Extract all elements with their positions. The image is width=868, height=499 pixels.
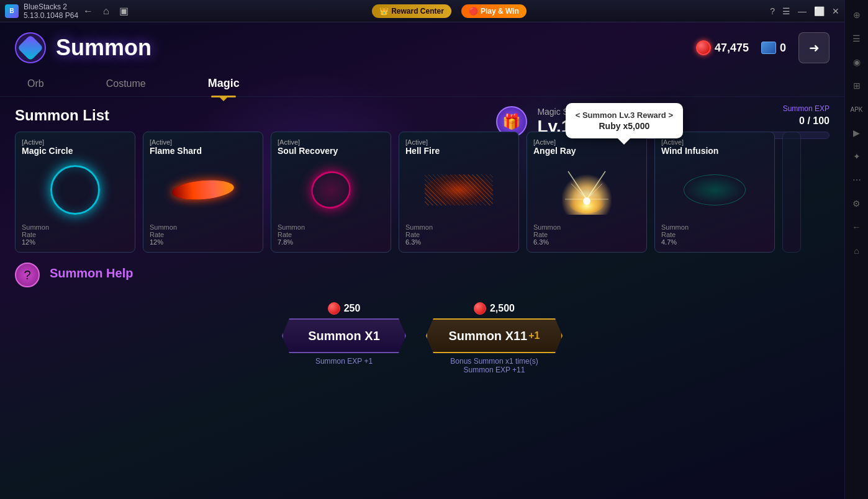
windows-icon[interactable]: ▣ xyxy=(119,5,129,17)
page-header: Summon 47,475 0 ➜ xyxy=(0,22,844,71)
close-button[interactable]: ✕ xyxy=(832,6,839,16)
app-version: 5.13.0.1048 P64 xyxy=(24,11,78,20)
sidebar-icon-home[interactable]: ⌂ xyxy=(847,241,867,261)
card-4-name: Hell Fire xyxy=(405,146,512,156)
card-hell-fire[interactable]: [Active] Hell Fire SummonRate 6.3% xyxy=(399,132,519,253)
help-icon[interactable]: ? xyxy=(15,263,40,287)
card-3-rate-value: 7.8% xyxy=(278,238,384,246)
title-bar: B BlueStacks 2 5.13.0.1048 P64 ← ⌂ ▣ 👑 R… xyxy=(0,0,844,22)
sidebar-icon-3[interactable]: ◉ xyxy=(847,52,867,72)
sidebar-icon-apk[interactable]: APK xyxy=(847,99,867,119)
restore-button[interactable]: ⬜ xyxy=(814,6,825,16)
sidebar-icon-7[interactable]: ⋯ xyxy=(847,170,867,190)
sidebar-icon-4[interactable]: ⊞ xyxy=(847,76,867,96)
card-5-rate-value: 6.3% xyxy=(533,238,640,246)
tab-orb[interactable]: Orb xyxy=(15,72,57,96)
card-6-rate-value: 4.7% xyxy=(661,238,768,246)
x11-cost-amount: 2,500 xyxy=(490,303,515,314)
card-wind-infusion[interactable]: [Active] Wind Infusion SummonRate 4.7% xyxy=(654,132,775,253)
gems-currency: 47,475 xyxy=(696,40,749,55)
card-5-name: Angel Ray xyxy=(533,146,640,156)
exp-value: 0 / 100 xyxy=(799,115,830,127)
right-sidebar: ⊕ ☰ ◉ ⊞ APK ▶ ✦ ⋯ ⚙ ← ⌂ xyxy=(844,0,868,499)
card-3-image xyxy=(278,158,384,221)
x11-plus-icon: +1 xyxy=(528,330,540,341)
logo-inner xyxy=(17,35,43,61)
x11-bonus-label: Bonus Summon x1 time(s) Summon EXP +11 xyxy=(450,357,538,374)
card-6-status: [Active] xyxy=(661,138,768,146)
title-bar-center: 👑 Reward Center 🔴 Play & Win xyxy=(372,4,527,18)
exit-button[interactable]: ➜ xyxy=(798,32,830,63)
gems-value: 47,475 xyxy=(715,42,749,55)
svg-point-7 xyxy=(583,197,590,205)
play-win-button[interactable]: 🔴 Play & Win xyxy=(461,4,527,18)
tabs-container: Orb Costume Magic xyxy=(0,71,844,97)
card-2-rate-value: 12% xyxy=(150,238,256,246)
minimize-button[interactable]: — xyxy=(798,6,807,16)
menu-button[interactable]: ☰ xyxy=(782,6,790,16)
x11-cost-gem-icon xyxy=(474,302,486,315)
summon-x11-button[interactable]: Summon X11+1 xyxy=(426,318,563,353)
bluestacks-logo: B xyxy=(5,4,19,18)
sidebar-icon-5[interactable]: ▶ xyxy=(847,123,867,143)
sidebar-icon-settings[interactable]: ⚙ xyxy=(847,194,867,214)
card-2-rate-label: SummonRate xyxy=(150,223,256,238)
tab-costume[interactable]: Costume xyxy=(94,72,158,96)
summon-help-title: Summon Help xyxy=(50,266,133,281)
card-3-rate-label: SummonRate xyxy=(278,223,384,238)
card-partial[interactable] xyxy=(782,132,801,253)
gem-icon xyxy=(696,40,711,55)
card-4-image xyxy=(405,158,512,221)
hell-fire-lines xyxy=(425,174,493,205)
summon-exp-label: Summon EXP xyxy=(783,104,830,113)
x1-exp-label: Summon EXP +1 xyxy=(315,357,373,366)
card-soul-recovery[interactable]: [Active] Soul Recovery SummonRate 7.8% xyxy=(271,132,391,253)
card-magic-circle[interactable]: [Active] Magic Circle SummonRate 12% xyxy=(15,132,135,253)
card-3-name: Soul Recovery xyxy=(278,146,384,156)
summon-x11-container: 2,500 Summon X11+1 Bonus Summon x1 time(… xyxy=(426,302,563,374)
card-6-rate-label: SummonRate xyxy=(661,223,768,238)
title-bar-right: ? ☰ — ⬜ ✕ xyxy=(770,6,839,16)
cards-grid: [Active] Magic Circle SummonRate 12% [Ac… xyxy=(15,132,830,253)
game-logo-icon xyxy=(15,32,46,63)
book-icon xyxy=(761,42,776,54)
sidebar-icon-back[interactable]: ← xyxy=(847,217,867,237)
card-5-image xyxy=(533,158,640,221)
card-1-image xyxy=(22,158,129,221)
help-button[interactable]: ? xyxy=(770,6,775,16)
app-info: BlueStacks 2 5.13.0.1048 P64 xyxy=(24,2,78,20)
sidebar-icon-2[interactable]: ☰ xyxy=(847,29,867,48)
card-angel-ray[interactable]: [Active] Angel Ray xyxy=(527,132,647,253)
card-4-rate-label: SummonRate xyxy=(405,223,512,238)
card-1-status: [Active] xyxy=(22,138,129,146)
card-6-image xyxy=(661,158,768,221)
title-bar-nav: ← ⌂ ▣ xyxy=(83,5,129,17)
reward-tooltip: < Summon Lv.3 Reward > Ruby x5,000 xyxy=(566,103,683,138)
card-2-name: Flame Shard xyxy=(150,146,256,156)
back-icon[interactable]: ← xyxy=(83,6,93,17)
x11-cost-row: 2,500 xyxy=(474,302,515,315)
sidebar-icon-6[interactable]: ✦ xyxy=(847,146,867,166)
sidebar-icon-1[interactable]: ⊕ xyxy=(847,5,867,25)
reward-center-button[interactable]: 👑 Reward Center xyxy=(372,4,451,18)
header-left: Summon xyxy=(15,32,151,63)
card-flame-shard[interactable]: [Active] Flame Shard SummonRate 12% xyxy=(143,132,263,253)
card-2-image xyxy=(150,158,256,221)
app-name: BlueStacks 2 xyxy=(24,2,78,11)
card-2-status: [Active] xyxy=(150,138,256,146)
card-4-rate-value: 6.3% xyxy=(405,238,512,246)
x1-cost-amount: 250 xyxy=(344,303,361,314)
reward-crown-icon: 👑 xyxy=(379,7,389,16)
card-1-rate-value: 12% xyxy=(22,238,129,246)
summon-x1-button[interactable]: Summon X1 xyxy=(282,318,406,353)
card-4-status: [Active] xyxy=(405,138,512,146)
card-1-rate-label: SummonRate xyxy=(22,223,129,238)
home-icon[interactable]: ⌂ xyxy=(103,6,109,17)
angel-ray-visual xyxy=(562,165,612,215)
tab-magic[interactable]: Magic xyxy=(196,71,252,96)
header-right: 47,475 0 ➜ xyxy=(696,32,830,63)
x1-cost-row: 250 xyxy=(328,302,361,315)
hell-fire-visual xyxy=(425,174,493,205)
card-3-status: [Active] xyxy=(278,138,384,146)
tab-active-indicator xyxy=(219,96,228,101)
